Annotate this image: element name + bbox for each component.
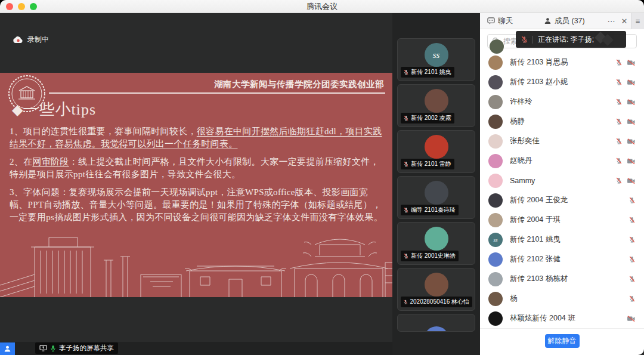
window-titlebar: 腾讯会议 bbox=[0, 0, 644, 13]
mic-muted-icon bbox=[615, 58, 623, 66]
avatar bbox=[488, 174, 503, 188]
mic-muted-icon bbox=[403, 161, 409, 167]
member-row[interactable]: 新传 2103 肖思易 bbox=[480, 53, 644, 72]
slide-divider-line bbox=[49, 92, 385, 94]
mic-muted-icon bbox=[628, 216, 636, 224]
video-tile[interactable]: 新传 2002 凌露 bbox=[397, 84, 475, 127]
mic-muted-icon bbox=[403, 253, 409, 259]
person-icon bbox=[4, 345, 11, 353]
member-row[interactable]: 杨静 bbox=[480, 112, 644, 131]
mic-muted-icon bbox=[628, 255, 636, 263]
mic-muted-icon bbox=[615, 177, 623, 184]
more-options-icon[interactable]: ⋯ bbox=[605, 17, 618, 26]
member-name: 新传 2103 肖思易 bbox=[510, 57, 615, 67]
avatar bbox=[425, 89, 448, 113]
screen-share-label: 李子扬的屏幕共享 bbox=[59, 344, 114, 353]
member-row[interactable]: 赵晓丹 bbox=[480, 151, 644, 171]
members-panel: 聊天 成员 (37) ⋯ ✕ ≡ bbox=[480, 13, 644, 355]
member-row[interactable]: 新传 2102 张健 bbox=[480, 249, 644, 269]
cloud-record-icon bbox=[13, 36, 23, 44]
avatar: ss bbox=[425, 43, 448, 67]
video-tile[interactable]: 202028050416 林心怡 bbox=[397, 268, 475, 311]
member-row[interactable]: 新传 2004 王俊龙 bbox=[480, 190, 644, 210]
avatar bbox=[425, 326, 448, 332]
video-tile-partial[interactable] bbox=[397, 314, 475, 332]
slide-title: ◆ 一些小tips bbox=[12, 99, 96, 120]
member-row[interactable]: 杨 bbox=[480, 289, 644, 308]
avatar bbox=[488, 272, 503, 286]
avatar bbox=[488, 292, 503, 306]
member-name: Sammy bbox=[510, 177, 615, 185]
speaking-toast: 正在讲话: 李子扬; bbox=[516, 31, 626, 48]
camera-off-icon bbox=[627, 138, 636, 145]
avatar bbox=[490, 39, 504, 54]
mic-muted-icon bbox=[403, 69, 409, 75]
member-name: 赵晓丹 bbox=[510, 156, 615, 166]
video-tile[interactable]: 新传 2101 雷静 bbox=[397, 130, 475, 173]
slide-point: 1、项目的连贯性很重要，赛事间隔时间较长，很容易在中间开摆然后临期狂赶ddl，项… bbox=[10, 125, 384, 150]
window-title: 腾讯会议 bbox=[0, 1, 644, 12]
member-row[interactable]: 新传 2004 于琪 bbox=[480, 210, 644, 230]
tile-name-badge: 新传 2101 雷静 bbox=[401, 159, 454, 169]
member-row[interactable]: Sammy bbox=[480, 171, 644, 190]
mic-muted-icon bbox=[628, 295, 636, 302]
avatar: ss bbox=[488, 233, 503, 247]
camera-off-icon bbox=[627, 59, 636, 66]
video-tile[interactable]: 编导 2101秦诗琦 bbox=[397, 176, 475, 219]
mic-muted-icon bbox=[521, 35, 528, 44]
avatar bbox=[425, 181, 448, 205]
recording-label: 录制中 bbox=[27, 35, 49, 45]
avatar bbox=[488, 213, 503, 227]
member-row[interactable]: 许梓玲 bbox=[480, 92, 644, 112]
tile-name-badge: 新传 2101 姚曳 bbox=[401, 67, 454, 78]
screen-share-badge: 李子扬的屏幕共享 bbox=[35, 342, 118, 354]
unmute-button[interactable]: 解除静音 bbox=[545, 334, 580, 348]
person-icon bbox=[544, 17, 552, 24]
member-row[interactable]: 林颖炫新传 2004 班 bbox=[480, 308, 644, 328]
avatar bbox=[425, 227, 448, 251]
tile-name-badge: 编导 2101秦诗琦 bbox=[401, 205, 459, 215]
diamond-bullet-icon: ◆ bbox=[12, 103, 23, 117]
avatar bbox=[488, 75, 503, 89]
slide-point: 3、字体问题：复赛现场展示会提前一天现场调试ppt，注意WPS或office版本… bbox=[10, 186, 384, 224]
video-thumbnail-strip: ss 新传 2101 姚曳 bbox=[392, 13, 480, 355]
mic-muted-icon bbox=[628, 236, 636, 243]
member-name: 杨 bbox=[510, 294, 628, 304]
panel-handle-icon[interactable]: ≡ bbox=[631, 13, 644, 29]
member-name: 新传 2103 杨栋材 bbox=[510, 274, 628, 284]
mic-muted-icon bbox=[403, 115, 409, 121]
speaking-toast-text: 正在讲话: 李子扬; bbox=[538, 35, 594, 45]
meeting-logo-watermark bbox=[596, 33, 620, 47]
avatar bbox=[488, 252, 503, 267]
tab-chat[interactable]: 聊天 bbox=[487, 16, 513, 26]
recording-indicator: 录制中 bbox=[13, 35, 49, 45]
member-row[interactable]: 张彤奕佳 bbox=[480, 131, 644, 151]
participants-corner-button[interactable] bbox=[0, 342, 15, 355]
tab-members[interactable]: 成员 (37) bbox=[544, 16, 585, 26]
member-row[interactable]: ss 新传 2101 姚曳 bbox=[480, 230, 644, 249]
member-name: 张彤奕佳 bbox=[510, 136, 615, 146]
member-row[interactable]: 新传 2103 赵小妮 bbox=[480, 72, 644, 92]
video-tile[interactable]: 新传 2001史琳皓 bbox=[397, 222, 475, 265]
member-name: 许梓玲 bbox=[510, 97, 615, 107]
mic-on-icon bbox=[50, 345, 56, 352]
avatar bbox=[425, 273, 448, 297]
close-panel-icon[interactable]: ✕ bbox=[618, 17, 631, 26]
mic-muted-icon bbox=[615, 98, 623, 106]
camera-off-icon bbox=[627, 177, 636, 184]
camera-off-icon bbox=[627, 315, 636, 322]
tile-name-badge: 新传 2002 凌露 bbox=[401, 113, 454, 124]
avatar bbox=[488, 134, 503, 149]
avatar bbox=[425, 135, 448, 159]
mic-muted-icon bbox=[403, 299, 408, 305]
member-row[interactable]: 新传 2103 杨栋材 bbox=[480, 269, 644, 289]
avatar bbox=[488, 154, 503, 168]
member-name: 新传 2103 赵小妮 bbox=[510, 77, 615, 87]
avatar bbox=[488, 115, 503, 129]
mic-muted-icon bbox=[615, 137, 623, 145]
video-tile[interactable]: ss 新传 2101 姚曳 bbox=[397, 38, 475, 81]
panel-footer: 解除静音 bbox=[480, 328, 644, 348]
camera-off-icon bbox=[627, 79, 636, 86]
screen-share-stage: 录制中 湖南大学新闻与传播学院分团委实践创业部 ◆ 一些小tips bbox=[0, 13, 392, 355]
camera-off-icon bbox=[627, 158, 636, 165]
